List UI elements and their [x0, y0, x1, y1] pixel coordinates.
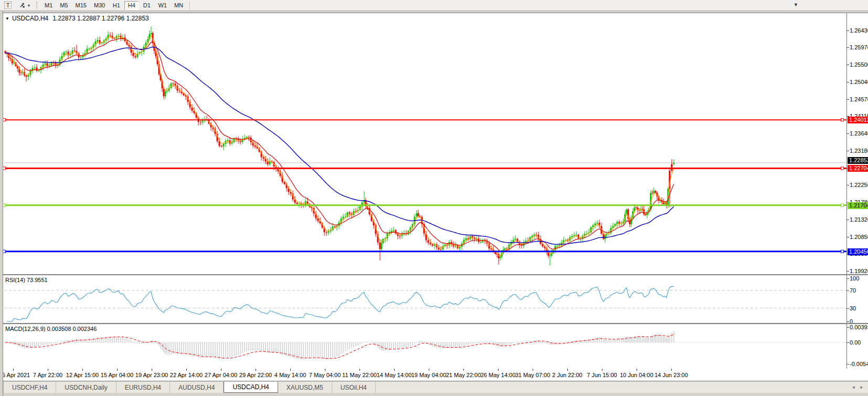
- timeframe-button-m30[interactable]: M30: [91, 1, 108, 10]
- time-axis-label: 10 Jun 04:00: [620, 372, 653, 378]
- macd-label: MACD(12,26,9) 0.003508 0.002346: [5, 326, 97, 332]
- chart-tab-usdcnh-daily[interactable]: USDCNH,Daily: [56, 382, 116, 393]
- toolbar-grip: [36, 2, 38, 9]
- time-axis-label: 12 Apr 15:00: [66, 372, 99, 378]
- chart-tab-xauusd-m5[interactable]: XAUUSD,M5: [278, 382, 332, 393]
- rsi-panel: RSI(14) 73.9551 10070300: [0, 275, 868, 323]
- cursor-arrows-button[interactable]: ▾: [16, 1, 32, 10]
- time-axis-tick: [394, 369, 395, 371]
- price-axis-tick: 1.26430: [850, 27, 868, 34]
- macd-axis-tick: 0.00: [850, 339, 861, 346]
- time-axis-tick: [325, 369, 325, 371]
- chart-tab-bar: USDCHF,H4USDCNH,DailyEURUSD,H4AUDUSD,H4U…: [0, 382, 868, 393]
- timeframe-button-w1[interactable]: W1: [155, 1, 170, 10]
- timeframe-button-d1[interactable]: D1: [140, 1, 154, 10]
- diagonal-arrows-icon: [18, 2, 26, 9]
- chart-tab-usoil-h4[interactable]: USOil,H4: [332, 382, 376, 393]
- text-tool-icon: T: [4, 2, 12, 9]
- panel-splitter[interactable]: [0, 274, 868, 275]
- timeframe-button-m15[interactable]: M15: [72, 1, 90, 10]
- time-axis-label: 21 May 22:00: [446, 372, 481, 378]
- macd-axis-tick: 0.003936: [850, 324, 868, 330]
- rsi-axis-tick: 70: [850, 287, 856, 294]
- time-axis-tick: [671, 369, 672, 371]
- status-strip: [0, 393, 868, 396]
- time-axis-label: 19 May 04:00: [411, 372, 447, 378]
- tab-scroll-left-icon[interactable]: ◄: [851, 385, 855, 390]
- panel-splitter[interactable]: [0, 323, 868, 324]
- timeframe-button-mn[interactable]: MN: [171, 1, 186, 10]
- chart-tab-usdchf-h4[interactable]: USDCHF,H4: [3, 382, 56, 393]
- time-axis-tick: [533, 369, 533, 371]
- time-axis-label: 29 Apr 22:00: [239, 372, 272, 378]
- macd-axis[interactable]: 0.0039360.00-0.00547: [846, 324, 868, 369]
- rsi-axis-tick: 30: [850, 305, 856, 311]
- timeframe-button-m1[interactable]: M1: [41, 1, 56, 10]
- tab-scroll-controls: ◄ ►: [851, 382, 864, 393]
- price-chart-canvas[interactable]: [0, 13, 846, 274]
- time-axis-label: 14 May 14:00: [377, 372, 412, 378]
- timeframe-button-h4[interactable]: H4: [124, 1, 139, 10]
- time-axis-label: 7 Apr 22:00: [33, 372, 62, 378]
- chart-tab-eurusd-h4[interactable]: EURUSD,H4: [117, 382, 170, 393]
- time-axis-tick: [567, 369, 568, 371]
- rsi-axis[interactable]: 10070300: [846, 275, 868, 323]
- price-line-badge: 1.24013: [848, 117, 868, 123]
- chart-title-quotes: 1.22873 1.22887 1.22796 1.22853: [52, 15, 149, 22]
- price-axis-tick: 1.21320: [850, 216, 868, 223]
- current-price-badge: 1.22853: [848, 157, 868, 164]
- time-axis-tick: [290, 369, 291, 371]
- toolbar-separator: [189, 1, 190, 9]
- time-axis-tick: [463, 369, 464, 371]
- chevron-down-icon: ▾: [28, 3, 30, 8]
- time-axis-tick: [256, 369, 256, 371]
- collapse-triangle-icon[interactable]: ▼: [5, 16, 9, 21]
- price-axis-tick: 1.22250: [850, 182, 868, 188]
- main-chart-panel: ▼USDCAD,H41.22873 1.22887 1.22796 1.2285…: [0, 13, 868, 274]
- tab-scroll-right-icon[interactable]: ►: [860, 385, 864, 390]
- timeframe-button-m5[interactable]: M5: [57, 1, 71, 10]
- rsi-label: RSI(14) 73.9551: [5, 277, 48, 283]
- text-tool-button[interactable]: T: [2, 1, 14, 10]
- time-axis-label: 14 Jun 23:00: [654, 372, 688, 378]
- time-axis-tick: [152, 369, 152, 371]
- timeframe-group: M1M5M15M30H1H4D1W1MN: [41, 1, 187, 10]
- rsi-canvas[interactable]: [0, 275, 846, 323]
- price-axis-tick: 1.20850: [850, 234, 868, 240]
- price-axis-tick: 1.24570: [850, 96, 868, 102]
- time-axis-tick: [186, 369, 187, 371]
- macd-panel: MACD(12,26,9) 0.003508 0.002346 0.003936…: [0, 324, 868, 369]
- time-axis-label: 7 May 04:00: [309, 372, 341, 378]
- time-axis-tick: [82, 369, 83, 371]
- price-axis-tick: 1.23640: [850, 130, 868, 137]
- time-axis-label: 11 May 22:00: [342, 372, 377, 378]
- chart-title-symbol: USDCAD,H4: [12, 15, 48, 22]
- time-axis-label: 2 Jun 22:00: [552, 372, 583, 378]
- time-axis-tick: [117, 369, 118, 371]
- timeframe-button-h1[interactable]: H1: [109, 1, 123, 10]
- chart-tab-usdcad-h4[interactable]: USDCAD,H4: [224, 382, 278, 393]
- window-left-edge: [0, 11, 3, 396]
- time-axis-tick: [13, 369, 14, 371]
- time-axis-label: 31 May 07:00: [515, 372, 551, 378]
- toolbar-overflow-icon[interactable]: ▼: [793, 2, 798, 7]
- price-axis-tick: 1.23180: [850, 148, 868, 154]
- chart-tab-audusd-h4[interactable]: AUDUSD,H4: [170, 382, 224, 393]
- time-axis-label: 4 May 14:00: [274, 372, 306, 378]
- time-axis-tick: [359, 369, 360, 371]
- time-axis-label: 7 Jun 15:00: [587, 372, 617, 378]
- macd-axis-tick: -0.00547: [850, 361, 868, 367]
- time-axis-label: 5 Apr 2021: [2, 372, 30, 378]
- chart-title: ▼USDCAD,H41.22873 1.22887 1.22796 1.2285…: [5, 15, 149, 22]
- price-axis-tick: 1.19920: [850, 268, 868, 274]
- time-axis[interactable]: 5 Apr 20217 Apr 22:0012 Apr 15:0015 Apr …: [0, 369, 868, 381]
- time-axis-tick: [221, 369, 221, 371]
- time-axis-label: 15 Apr 04:00: [101, 372, 133, 378]
- time-axis-tick: [498, 369, 499, 371]
- top-toolbar: T ▾ M1M5M15M30H1H4D1W1MN ▼: [0, 0, 868, 11]
- price-axis-tick: 1.25040: [850, 79, 868, 85]
- price-axis[interactable]: 1.264301.259701.255001.250401.245701.241…: [846, 13, 868, 274]
- time-axis-label: 22 Apr 14:00: [170, 372, 203, 378]
- macd-canvas[interactable]: [0, 324, 846, 369]
- price-line-badge: 1.22704: [848, 165, 868, 172]
